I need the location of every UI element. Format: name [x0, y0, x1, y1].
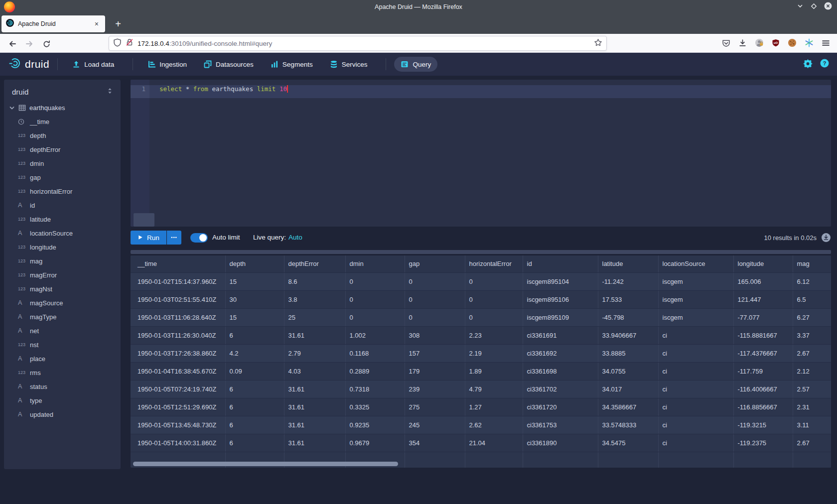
table-cell[interactable]: 2.12: [793, 362, 831, 380]
nav-item-segments[interactable]: Segments: [264, 57, 319, 72]
table-cell[interactable]: ci3361890: [523, 434, 598, 452]
table-cell[interactable]: 1.27: [465, 398, 523, 416]
query-editor[interactable]: 1 select * from earthquakes limit 10: [131, 80, 831, 227]
run-button[interactable]: Run: [131, 231, 166, 245]
druid-logo[interactable]: druid: [8, 57, 49, 72]
nav-item-datasources[interactable]: Datasources: [197, 57, 260, 72]
table-cell[interactable]: ci3361753: [523, 416, 598, 434]
help-icon[interactable]: ?: [820, 59, 829, 70]
table-cell[interactable]: 15: [225, 308, 284, 326]
table-cell[interactable]: 0: [345, 308, 405, 326]
table-cell[interactable]: 0: [405, 308, 465, 326]
url-bar[interactable]: 172.18.0.4:30109/unified-console.html#qu…: [109, 36, 607, 51]
sidebar-column-magtype[interactable]: AmagType: [4, 310, 121, 324]
download-results-icon[interactable]: [821, 233, 831, 243]
table-cell[interactable]: ci: [658, 398, 733, 416]
table-cell[interactable]: 0: [345, 290, 405, 308]
table-cell[interactable]: 6: [225, 434, 284, 452]
sidebar-column-longitude[interactable]: 123longitude: [4, 240, 121, 254]
table-cell[interactable]: 1950-01-05T12:51:29.690Z: [131, 398, 225, 416]
table-cell[interactable]: 1.89: [465, 362, 523, 380]
menu-hamburger-icon[interactable]: [822, 39, 830, 49]
table-cell[interactable]: 8.6: [284, 272, 345, 290]
table-cell[interactable]: 17.533: [598, 290, 658, 308]
sidebar-column-net[interactable]: Anet: [4, 324, 121, 338]
table-cell[interactable]: ci3361698: [523, 362, 598, 380]
table-cell[interactable]: -116.4006667: [733, 380, 793, 398]
sidebar-column-rms[interactable]: 123rms: [4, 366, 121, 379]
sidebar-column-status[interactable]: Astatus: [4, 379, 121, 393]
table-cell[interactable]: 1950-01-02T15:14:37.960Z: [131, 272, 225, 290]
table-cell[interactable]: 33.8885: [598, 344, 658, 362]
table-cell[interactable]: 15: [225, 272, 284, 290]
table-cell[interactable]: 354: [405, 434, 465, 452]
table-cell[interactable]: 0: [405, 290, 465, 308]
sidebar-column--time[interactable]: __time: [4, 115, 121, 128]
table-cell[interactable]: 0: [465, 290, 523, 308]
table-cell[interactable]: ci3361720: [523, 398, 598, 416]
table-cell[interactable]: 34.5475: [598, 434, 658, 452]
window-minimize-icon[interactable]: [797, 2, 804, 11]
sort-icon[interactable]: [107, 87, 113, 96]
table-cell[interactable]: 0.1168: [345, 344, 405, 362]
table-cell[interactable]: 6: [225, 326, 284, 344]
table-cell[interactable]: -11.242: [598, 272, 658, 290]
table-cell[interactable]: ci3361702: [523, 380, 598, 398]
table-cell[interactable]: 3.11: [793, 416, 831, 434]
table-cell[interactable]: -116.8856667: [733, 398, 793, 416]
table-cell[interactable]: 0: [465, 308, 523, 326]
table-cell[interactable]: 1950-01-05T07:24:19.740Z: [131, 380, 225, 398]
pocket-icon[interactable]: [722, 39, 730, 49]
column-header-id[interactable]: id: [523, 255, 598, 272]
table-cell[interactable]: 3.8: [284, 290, 345, 308]
table-cell[interactable]: 6.5: [793, 290, 831, 308]
column-header-mag[interactable]: mag: [793, 255, 831, 272]
sidebar-column-mag[interactable]: 123mag: [4, 254, 121, 268]
sidebar-column-magnst[interactable]: 123magNst: [4, 282, 121, 296]
table-cell[interactable]: ci: [658, 380, 733, 398]
sidebar-column-locationsource[interactable]: AlocationSource: [4, 226, 121, 240]
table-cell[interactable]: -119.2375: [733, 434, 793, 452]
table-cell[interactable]: 4.2: [225, 344, 284, 362]
reload-icon[interactable]: [40, 37, 53, 50]
table-cell[interactable]: 1950-01-05T13:45:48.730Z: [131, 416, 225, 434]
new-tab-button[interactable]: +: [111, 17, 126, 31]
sidebar-column-nst[interactable]: 123nst: [4, 338, 121, 352]
asterisk-extension-icon[interactable]: [805, 38, 814, 49]
sidebar-column-depth[interactable]: 123depth: [4, 128, 121, 142]
table-cell[interactable]: 1950-01-03T11:06:28.640Z: [131, 308, 225, 326]
column-header-locationsource[interactable]: locationSource: [658, 255, 733, 272]
table-cell[interactable]: iscgem895106: [523, 290, 598, 308]
table-cell[interactable]: 34.3586667: [598, 398, 658, 416]
chevron-down-icon[interactable]: [9, 105, 15, 111]
auto-limit-toggle[interactable]: [190, 233, 208, 243]
table-cell[interactable]: 1950-01-05T14:00:31.860Z: [131, 434, 225, 452]
table-cell[interactable]: -117.4376667: [733, 344, 793, 362]
table-cell[interactable]: 308: [405, 326, 465, 344]
table-cell[interactable]: 33.5748333: [598, 416, 658, 434]
browser-tab[interactable]: Apache Druid ×: [1, 15, 105, 32]
table-cell[interactable]: -117.759: [733, 362, 793, 380]
sidebar-column-latitude[interactable]: 123latitude: [4, 212, 121, 226]
table-cell[interactable]: iscgem895109: [523, 308, 598, 326]
sidebar-column-type[interactable]: Atype: [4, 393, 121, 407]
nav-item-services[interactable]: Services: [323, 57, 374, 72]
table-cell[interactable]: 2.79: [284, 344, 345, 362]
table-cell[interactable]: 3.37: [793, 326, 831, 344]
table-cell[interactable]: 157: [405, 344, 465, 362]
column-header-latitude[interactable]: latitude: [598, 255, 658, 272]
table-cell[interactable]: 6.27: [793, 308, 831, 326]
table-cell[interactable]: 2.62: [465, 416, 523, 434]
table-cell[interactable]: 1950-01-03T02:51:55.410Z: [131, 290, 225, 308]
table-cell[interactable]: 1950-01-04T16:38:45.670Z: [131, 362, 225, 380]
sidebar-column-gap[interactable]: 123gap: [4, 170, 121, 184]
nav-item-query[interactable]: Query: [394, 57, 437, 72]
table-cell[interactable]: 1950-01-03T17:26:38.860Z: [131, 344, 225, 362]
tab-close-icon[interactable]: ×: [93, 19, 101, 28]
table-cell[interactable]: 4.79: [465, 380, 523, 398]
bookmark-star-icon[interactable]: [594, 38, 602, 49]
sidebar-column-magerror[interactable]: 123magError: [4, 268, 121, 282]
table-cell[interactable]: ci: [658, 326, 733, 344]
sidebar-column-magsource[interactable]: AmagSource: [4, 296, 121, 310]
table-cell[interactable]: ci: [658, 434, 733, 452]
